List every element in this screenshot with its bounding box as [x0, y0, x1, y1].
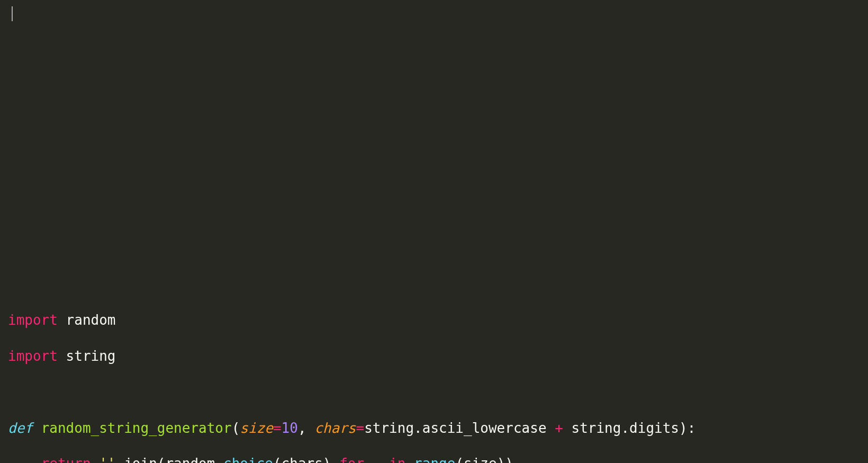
paren-colon: ):: [679, 420, 695, 436]
text: [91, 456, 100, 463]
number-literal: 10: [282, 420, 298, 436]
text: [58, 348, 66, 364]
code-line[interactable]: [8, 60, 868, 78]
import-keyword: import: [8, 312, 58, 328]
identifier: string: [364, 420, 414, 436]
parameter: chars: [314, 420, 356, 436]
dot: .: [215, 456, 223, 463]
text: [33, 420, 41, 436]
in-keyword: in: [389, 456, 405, 463]
code-line[interactable]: [8, 24, 868, 42]
equals-op: =: [356, 420, 365, 436]
method-call: choice: [223, 456, 273, 463]
comma: ,: [298, 420, 314, 436]
underscore-var: _: [364, 456, 389, 463]
plus-op: +: [555, 420, 563, 436]
code-line[interactable]: [8, 132, 868, 150]
function-name: random_string_generator: [41, 420, 232, 436]
code-editor[interactable]: import random import string def random_s…: [0, 0, 868, 463]
code-line[interactable]: [8, 240, 868, 258]
dot: .: [414, 420, 422, 436]
text: [58, 312, 66, 328]
paren: (: [232, 420, 240, 436]
code-line[interactable]: import string: [8, 348, 868, 366]
identifier: random: [165, 456, 215, 463]
method-call: join(: [124, 456, 165, 463]
identifier: ascii_lowercase: [422, 420, 555, 436]
code-line[interactable]: def random_string_generator(size=10, cha…: [8, 420, 868, 438]
code-line[interactable]: [8, 96, 868, 114]
dot: .: [621, 420, 629, 436]
return-keyword: return: [41, 456, 91, 463]
call-args: (size)): [455, 456, 513, 463]
for-keyword: for: [339, 456, 364, 463]
code-line[interactable]: [8, 204, 868, 222]
module-name: string: [66, 348, 116, 364]
equals-op: =: [273, 420, 282, 436]
code-line[interactable]: [8, 168, 868, 186]
parameter: size: [240, 420, 273, 436]
dot: .: [116, 456, 124, 463]
identifier: string: [563, 420, 621, 436]
indent: [8, 456, 41, 463]
code-line[interactable]: import random: [8, 311, 868, 330]
text: [405, 456, 414, 463]
call-args: (chars): [273, 456, 339, 463]
module-name: random: [66, 312, 116, 328]
code-line[interactable]: [8, 384, 868, 402]
import-keyword: import: [8, 348, 58, 364]
builtin-call: range: [414, 456, 455, 463]
code-line[interactable]: [8, 275, 868, 293]
string-literal: '': [99, 456, 115, 463]
def-keyword: def: [8, 420, 33, 436]
code-line[interactable]: return ''.join(random.choice(chars) for …: [8, 455, 868, 463]
identifier: digits: [629, 420, 679, 436]
text-cursor: [12, 6, 13, 21]
